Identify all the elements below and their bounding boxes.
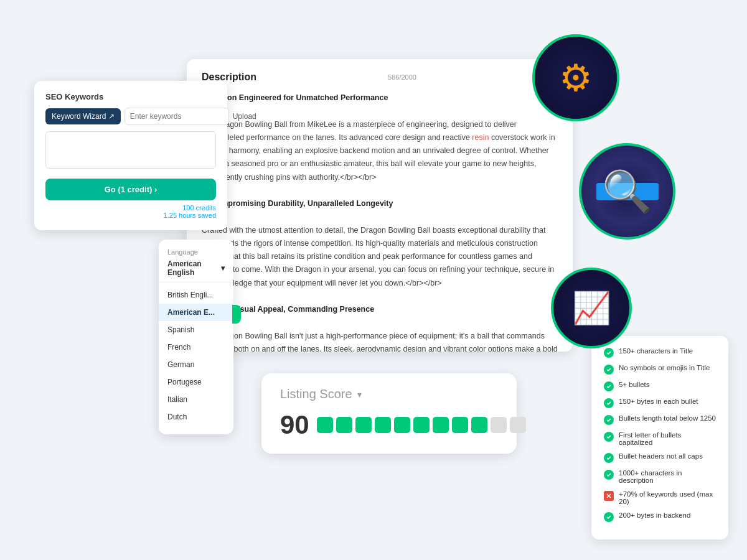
check-icon-keywords-pct [604, 491, 614, 501]
char-count: 586/2000 [388, 73, 416, 81]
score-bar-6 [413, 417, 430, 433]
checklist-item-bullets: 5+ bullets [604, 381, 716, 391]
score-header: Listing Score ▾ [280, 387, 498, 401]
language-item-spanish[interactable]: Spanish [159, 321, 233, 338]
checklist-label-keywords-pct: +70% of keywords used (max 20) [619, 490, 716, 505]
language-divider [159, 282, 233, 282]
chart-circle: 📈 [551, 268, 632, 348]
check-icon-bullets-total [604, 415, 614, 425]
seo-keyword-row: Keyword Wizard ↗ Upload [45, 108, 216, 125]
score-bar-10 [491, 417, 507, 433]
check-icon-bullets [604, 381, 614, 391]
keyword-textarea[interactable] [45, 131, 216, 169]
checklist-label-bullets-total: Bullets length total below 1250 [619, 414, 716, 422]
score-label: Listing Score [280, 387, 352, 401]
check-icon-first-letter [604, 432, 614, 442]
score-bar-3 [355, 417, 372, 433]
go-button[interactable]: Go (1 credit) › [45, 179, 216, 200]
language-dropdown-card: Language American English ▾ British Engl… [159, 240, 233, 434]
check-icon-title-chars [604, 348, 614, 358]
description-card: Description 586/2000 🗑 Precision Enginee… [187, 59, 573, 352]
seo-keywords-title: SEO Keywords [45, 92, 216, 101]
check-icon-bullet-bytes [604, 398, 614, 408]
language-item-french[interactable]: French [159, 338, 233, 356]
checklist-item-bullet-caps: Bullet headers not all caps [604, 452, 716, 463]
score-row: 90 [280, 410, 498, 440]
highlighted-word: resin [472, 133, 489, 142]
score-bar-8 [452, 417, 468, 433]
score-bar-11 [510, 417, 526, 433]
language-dropdown-chevron: ▾ [221, 264, 225, 273]
language-selected-text: American English [167, 259, 221, 277]
seo-keywords-card: SEO Keywords Keyword Wizard ↗ Upload Go … [34, 81, 227, 230]
search-circle: 🔍 [579, 143, 675, 240]
check-icon-bullet-caps [604, 453, 614, 463]
arrow-indicator [232, 305, 241, 324]
checklist-label-bullet-caps: Bullet headers not all caps [619, 452, 703, 460]
checklist-item-desc-chars: 1000+ characters in description [604, 469, 716, 484]
language-item-portugese[interactable]: Portugese [159, 373, 233, 391]
checklist-label-desc-chars: 1000+ characters in description [619, 469, 716, 484]
keyword-wizard-button[interactable]: Keyword Wizard ↗ [45, 108, 121, 124]
checklist-label-bullet-bytes: 150+ bytes in each bullet [619, 398, 698, 405]
language-label: Language [159, 248, 233, 259]
chart-icon: 📈 [572, 290, 611, 326]
checklist-item-no-symbols: No symbols or emojis in Title [604, 364, 716, 375]
language-item-italian[interactable]: Italian [159, 391, 233, 408]
checklist-item-first-letter: First letter of bullets capitalized [604, 431, 716, 446]
desc-section-2-header: Uncompromising Durability, Unparalleled … [202, 199, 393, 208]
desc-section-1-header: Precision Engineered for Unmatched Perfo… [202, 93, 388, 102]
checklist-label-first-letter: First letter of bullets capitalized [619, 431, 716, 446]
language-selected[interactable]: American English ▾ [159, 259, 233, 282]
description-header: Description 586/2000 🗑 [202, 72, 558, 83]
hours-saved: 1.25 hours saved [45, 212, 216, 219]
score-number: 90 [280, 410, 309, 440]
keyword-input[interactable] [125, 108, 229, 125]
checklist-item-bullets-total: Bullets length total below 1250 [604, 414, 716, 425]
checklist-label-backend-bytes: 200+ bytes in backend [619, 511, 690, 519]
score-bar-1 [317, 417, 333, 433]
check-icon-backend-bytes [604, 512, 614, 522]
language-item-american[interactable]: American E... [159, 304, 233, 321]
checklist-label-no-symbols: No symbols or emojis in Title [619, 364, 710, 371]
score-bars [317, 417, 526, 433]
language-item-german[interactable]: German [159, 356, 233, 373]
checklist-item-title-chars: 150+ characters in Title [604, 347, 716, 358]
credits-info: 100 credits 1.25 hours saved [45, 204, 216, 219]
check-icon-no-symbols [604, 365, 614, 375]
score-bar-5 [394, 417, 410, 433]
score-bar-7 [433, 417, 449, 433]
checklist-item-bullet-bytes: 150+ bytes in each bullet [604, 398, 716, 408]
listing-score-card: Listing Score ▾ 90 [261, 373, 517, 454]
upload-button[interactable]: Upload [233, 112, 256, 121]
score-bar-2 [336, 417, 352, 433]
check-icon-desc-chars [604, 470, 614, 480]
checklist-label-title-chars: 150+ characters in Title [619, 347, 693, 355]
score-bar-9 [471, 417, 487, 433]
gear-icon: ⚙ [559, 56, 593, 100]
checklist-label-bullets: 5+ bullets [619, 381, 650, 388]
gear-circle: ⚙ [532, 34, 619, 121]
checklist-item-backend-bytes: 200+ bytes in backend [604, 511, 716, 522]
credits-count: 100 credits [45, 204, 216, 212]
language-item-dutch[interactable]: Dutch [159, 408, 233, 426]
score-dropdown-icon[interactable]: ▾ [357, 390, 362, 399]
checklist-item-keywords-pct: +70% of keywords used (max 20) [604, 490, 716, 505]
language-item-british[interactable]: British Engli... [159, 286, 233, 304]
search-icon: 🔍 [602, 168, 652, 215]
description-text: Precision Engineered for Unmatched Perfo… [202, 91, 558, 352]
score-bar-4 [375, 417, 391, 433]
checklist-card: 150+ characters in Title No symbols or e… [591, 336, 728, 539]
